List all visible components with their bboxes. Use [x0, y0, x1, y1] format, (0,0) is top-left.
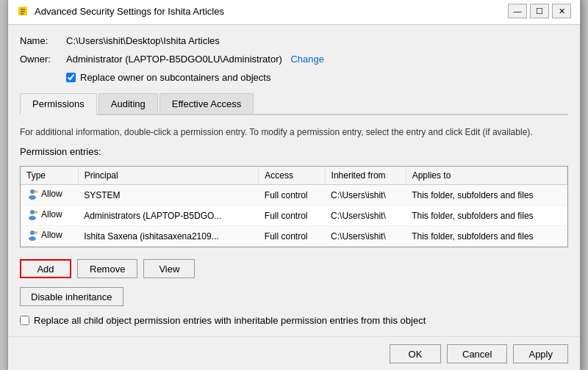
replace-owner-checkbox[interactable] [66, 73, 76, 82]
svg-point-9 [35, 211, 37, 214]
tab-permissions[interactable]: Permissions [20, 93, 97, 115]
title-controls: — ☐ ✕ [508, 4, 571, 18]
col-header-inherited: Inherited from [325, 167, 406, 185]
table-row[interactable]: Allow SYSTEMFull controlC:\Users\ishit\T… [21, 185, 567, 206]
svg-point-12 [35, 231, 37, 234]
description-text: For additional information, double-click… [20, 127, 568, 137]
replace-owner-row: Replace owner on subcontainers and objec… [66, 72, 568, 83]
user-icon-cell: Allow [26, 208, 62, 220]
dialog-title: Advanced Security Settings for Ishita Ar… [35, 6, 224, 17]
col-header-type: Type [21, 167, 78, 185]
replace-owner-label[interactable]: Replace owner on subcontainers and objec… [80, 72, 270, 83]
minimize-button[interactable]: — [508, 4, 527, 18]
svg-rect-3 [21, 13, 24, 15]
maximize-button[interactable]: ☐ [530, 4, 549, 18]
user-icon [26, 229, 38, 241]
remove-button[interactable]: Remove [77, 259, 137, 278]
cell-applies: This folder, subfolders and files [406, 226, 567, 247]
svg-point-6 [35, 190, 37, 193]
ok-button[interactable]: OK [390, 344, 441, 363]
permission-entries-label: Permission entries: [20, 146, 568, 157]
svg-rect-2 [21, 11, 25, 12]
svg-point-5 [29, 195, 36, 200]
table-header-row: Type Principal Access Inherited from App… [21, 167, 567, 185]
svg-point-8 [29, 216, 36, 220]
cancel-button[interactable]: Cancel [447, 344, 507, 363]
cell-access: Full control [259, 226, 325, 247]
name-label: Name: [20, 35, 60, 46]
close-button[interactable]: ✕ [552, 4, 571, 18]
cell-inherited: C:\Users\ishit\ [325, 185, 406, 206]
tab-effective-access[interactable]: Effective Access [159, 93, 254, 114]
tab-auditing[interactable]: Auditing [98, 93, 158, 114]
dialog-body: Name: C:\Users\ishit\Desktop\Ishita Arti… [8, 25, 580, 336]
svg-point-10 [30, 231, 35, 235]
table-row[interactable]: Allow Administrators (LAPTOP-B5DGO...Ful… [21, 206, 567, 226]
title-bar-left: Advanced Security Settings for Ishita Ar… [17, 5, 224, 17]
permission-table-container: Type Principal Access Inherited from App… [20, 166, 568, 247]
col-header-access: Access [259, 167, 325, 185]
cell-type: Allow [21, 206, 78, 226]
name-row: Name: C:\Users\ishit\Desktop\Ishita Arti… [20, 35, 568, 46]
owner-row: Owner: Administrator (LAPTOP-B5DGO0LU\Ad… [20, 54, 568, 65]
cell-inherited: C:\Users\ishit\ [325, 226, 406, 247]
cell-principal: Ishita Saxena (ishitasaxena2109... [78, 226, 259, 247]
svg-point-4 [30, 189, 35, 194]
user-icon [26, 208, 38, 220]
cell-access: Full control [259, 206, 325, 226]
footer-buttons: OK Cancel Apply [8, 336, 580, 370]
cell-applies: This folder, subfolders and files [406, 206, 567, 226]
svg-point-7 [30, 210, 35, 214]
tabs: Permissions Auditing Effective Access [20, 93, 568, 115]
svg-rect-1 [21, 9, 25, 10]
col-header-principal: Principal [78, 167, 259, 185]
add-button[interactable]: Add [20, 259, 71, 278]
owner-label: Owner: [20, 54, 60, 65]
cell-principal: SYSTEM [78, 185, 259, 206]
dialog-icon [17, 5, 29, 17]
action-buttons-row: Add Remove View [20, 259, 568, 278]
table-row[interactable]: Allow Ishita Saxena (ishitasaxena2109...… [21, 226, 567, 247]
user-icon-cell: Allow [26, 229, 62, 241]
advanced-security-dialog: Advanced Security Settings for Ishita Ar… [7, 0, 581, 370]
disable-inheritance-button[interactable]: Disable inheritance [20, 287, 123, 306]
cell-access: Full control [259, 185, 325, 206]
view-button[interactable]: View [143, 259, 195, 278]
change-link[interactable]: Change [290, 54, 324, 65]
replace-permissions-row: Replace all child object permission entr… [20, 315, 568, 326]
title-bar: Advanced Security Settings for Ishita Ar… [8, 0, 580, 25]
permission-table: Type Principal Access Inherited from App… [21, 167, 567, 247]
cell-type: Allow [21, 185, 78, 206]
user-icon [26, 188, 38, 200]
replace-permissions-label[interactable]: Replace all child object permission entr… [34, 315, 426, 326]
owner-value: Administrator (LAPTOP-B5DGO0LU\Administr… [66, 54, 324, 65]
col-header-applies: Applies to [406, 167, 567, 185]
user-icon-cell: Allow [26, 188, 62, 200]
replace-permissions-checkbox[interactable] [20, 316, 29, 325]
cell-type: Allow [21, 226, 78, 247]
name-value: C:\Users\ishit\Desktop\Ishita Articles [66, 35, 220, 46]
cell-principal: Administrators (LAPTOP-B5DGO... [78, 206, 259, 226]
cell-applies: This folder, subfolders and files [406, 185, 567, 206]
apply-button[interactable]: Apply [513, 344, 568, 363]
svg-point-11 [29, 236, 36, 241]
cell-inherited: C:\Users\ishit\ [325, 206, 406, 226]
